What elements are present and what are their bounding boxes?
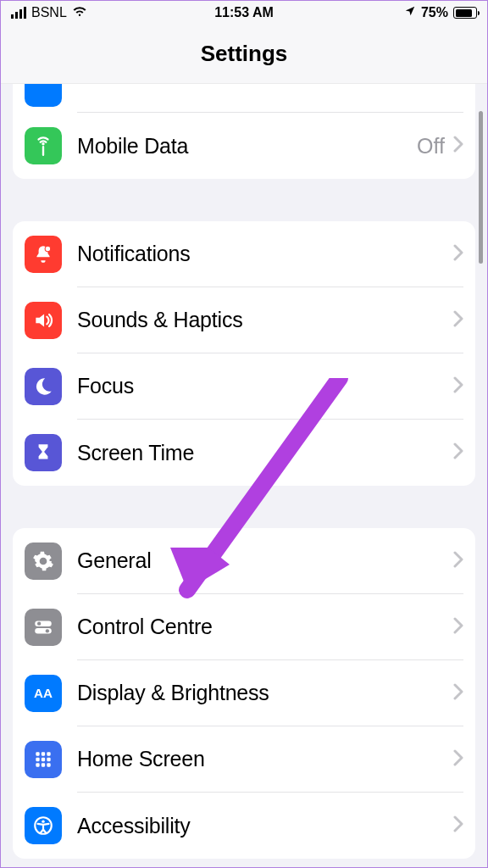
aa-icon: AA (25, 675, 62, 712)
chevron-right-icon (453, 376, 463, 397)
row-label: Display & Brightness (77, 681, 269, 705)
carrier-label: BSNL (31, 5, 67, 20)
chevron-right-icon (453, 244, 463, 264)
svg-rect-12 (47, 758, 50, 761)
settings-group-general: General Control Centre AA Display & Brig… (13, 528, 475, 859)
speaker-icon (25, 302, 62, 339)
svg-point-17 (42, 820, 44, 822)
settings-row-mobile-data[interactable]: Mobile Data Off (13, 113, 475, 179)
svg-rect-8 (42, 752, 45, 755)
chevron-right-icon (453, 442, 463, 463)
row-label: Focus (77, 374, 134, 398)
gear-icon (25, 542, 62, 580)
svg-text:AA: AA (34, 686, 53, 700)
svg-point-3 (37, 622, 41, 626)
grid-icon (25, 741, 62, 778)
settings-row-display[interactable]: AA Display & Brightness (13, 660, 475, 726)
svg-rect-10 (36, 758, 39, 761)
toggles-icon (25, 609, 62, 646)
settings-row-sounds[interactable]: Sounds & Haptics (13, 287, 475, 353)
svg-rect-11 (42, 758, 45, 761)
settings-row-accessibility[interactable]: Accessibility (13, 793, 475, 859)
battery-pct-label: 75% (421, 5, 448, 20)
row-label: Home Screen (77, 747, 205, 771)
page-title: Settings (1, 25, 487, 84)
hourglass-icon (25, 434, 62, 471)
svg-rect-14 (42, 763, 45, 766)
chevron-right-icon (453, 136, 463, 156)
accessibility-icon (25, 807, 62, 844)
scrollbar[interactable] (479, 111, 483, 264)
status-bar: BSNL 11:53 AM 75% (1, 1, 487, 25)
svg-rect-13 (36, 763, 39, 766)
location-icon (404, 5, 416, 20)
page-title-text: Settings (201, 41, 288, 67)
svg-point-1 (45, 246, 50, 252)
row-label: Control Centre (77, 615, 213, 639)
antenna-icon (25, 127, 62, 164)
chevron-right-icon (453, 617, 463, 637)
settings-row-home-screen[interactable]: Home Screen (13, 726, 475, 793)
settings-row-focus[interactable]: Focus (13, 353, 475, 420)
settings-row-general[interactable]: General (13, 528, 475, 594)
row-value: Off (417, 134, 445, 159)
svg-point-5 (46, 629, 49, 632)
bell-icon (25, 236, 62, 273)
row-label: Notifications (77, 242, 191, 266)
row-label: General (77, 548, 152, 573)
chevron-right-icon (453, 749, 463, 770)
chevron-right-icon (453, 551, 463, 571)
settings-row-screentime[interactable]: Screen Time (13, 420, 475, 486)
svg-rect-7 (36, 752, 39, 755)
chevron-right-icon (453, 815, 463, 836)
row-label: Screen Time (77, 441, 194, 465)
settings-row-notifications[interactable]: Notifications (13, 221, 475, 287)
cellular-signal-icon (11, 7, 26, 19)
svg-rect-9 (47, 752, 50, 755)
chevron-right-icon (453, 683, 463, 704)
moon-icon (25, 368, 62, 405)
row-label: Mobile Data (77, 134, 188, 159)
clock-label: 11:53 AM (214, 5, 274, 20)
settings-group-notifications: Notifications Sounds & Haptics Focus (13, 221, 475, 486)
settings-group-connectivity: Mobile Data Off (13, 84, 475, 179)
settings-row-partial[interactable] (13, 84, 475, 113)
settings-row-control-centre[interactable]: Control Centre (13, 594, 475, 660)
row-label: Accessibility (77, 814, 191, 838)
settings-content: Mobile Data Off Notifications (1, 84, 487, 867)
row-label: Sounds & Haptics (77, 308, 243, 332)
chevron-right-icon (453, 310, 463, 331)
prev-row-icon (25, 84, 62, 107)
svg-point-0 (42, 142, 44, 145)
battery-icon (453, 7, 477, 19)
wifi-icon (72, 5, 87, 20)
svg-rect-15 (47, 763, 50, 766)
